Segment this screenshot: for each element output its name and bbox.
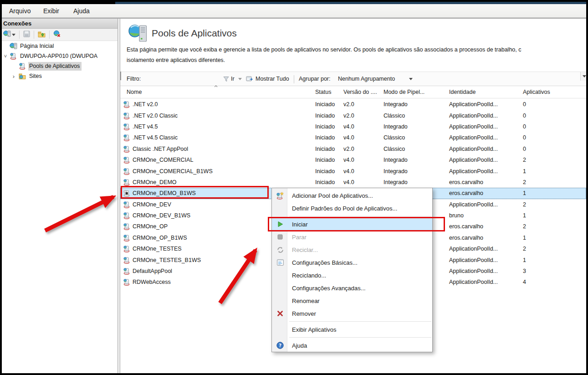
column-header-identidade[interactable]: Identidade (449, 86, 476, 98)
column-header-aplicativos[interactable]: Aplicativos (523, 86, 550, 98)
pool-status: Iniciado (315, 165, 335, 176)
funnel-icon (223, 72, 229, 86)
help-icon: ? (276, 342, 285, 349)
filter-input[interactable] (120, 72, 121, 80)
app-pool-icon (123, 201, 130, 208)
page-description-line2: isolamento entre aplicativos diferentes. (127, 57, 588, 63)
connections-toolbar (0, 29, 118, 41)
group-by-dropdown-button[interactable] (409, 72, 413, 86)
app-pool-icon (123, 179, 130, 186)
connections-panel-title: Conexões (0, 19, 118, 29)
context-menu-item-remover[interactable]: Remover (272, 307, 432, 320)
pool-name: CRMOne_OP (133, 223, 168, 230)
pool-identity: ApplicationPoolId... (449, 132, 498, 143)
context-menu-item-ajuda[interactable]: ? Ajuda (272, 339, 432, 352)
pool-name: CRMOne_DEV (133, 201, 171, 208)
group-by-select[interactable]: Nenhum Agrupamento (338, 72, 395, 86)
context-menu-item-exibir-aplicativos[interactable]: Exibir Aplicativos (272, 323, 432, 336)
context-menu-separator (289, 216, 431, 216)
pool-identity: ApplicationPoolId... (449, 154, 498, 165)
tree-item-dwupoa-app010-dwupoa[interactable]: ˅ DWUPOA-APP010 (DWUPOA (0, 51, 118, 61)
context-menu-item-label: Exibir Aplicativos (292, 326, 337, 333)
table-row[interactable]: .NET v4.5 Iniciado v4.0 Integrado Applic… (120, 121, 586, 132)
tree-item-label: Sites (28, 72, 44, 81)
menu-exibir[interactable]: Exibir (41, 4, 62, 18)
create-connection-icon (3, 30, 11, 39)
filter-label: Filtro: (127, 72, 141, 86)
column-header-versao[interactable]: Versão do .... (343, 86, 377, 98)
pool-name: Classic .NET AppPool (133, 146, 188, 152)
pool-applications-count: 2 (523, 199, 526, 210)
pool-pipeline-mode: Clássico (383, 144, 405, 154)
delete-connection-button[interactable] (52, 30, 62, 40)
remove-icon (276, 310, 285, 317)
tree-expander-icon[interactable]: › (11, 73, 16, 80)
tree-item-label: Página Inicial (19, 42, 56, 51)
pool-version: v2.0 (343, 110, 354, 121)
pool-identity: ApplicationPoolId... (449, 110, 498, 121)
toolbar-divider (19, 31, 20, 39)
app-pool-icon (123, 223, 130, 230)
column-header-nome[interactable]: Nome (127, 86, 142, 98)
pool-applications-count: 1 (523, 254, 526, 265)
pool-identity: eros.carvalho (449, 221, 483, 232)
pool-identity: ApplicationPoolId... (449, 121, 498, 132)
context-menu-item-parar: Parar (272, 231, 432, 243)
context-menu-item-configura-es-b-sicas[interactable]: Configurações Básicas... (272, 256, 432, 269)
context-menu-separator (289, 337, 431, 338)
filter-toolbar: Filtro: Ir Mostrar Tudo Agrupar por: Nen… (120, 72, 588, 86)
tree-item-label: Pools de Aplicativos (28, 62, 82, 71)
pool-applications-count: 0 (523, 132, 526, 143)
connections-tree: Página Inicial ˅ DWUPOA-APP010 (DWUPOA P… (0, 41, 118, 375)
annotation-box-selected-pool (121, 186, 269, 199)
column-header-status[interactable]: Status (315, 86, 331, 98)
pool-version: v4.0 (343, 132, 354, 143)
pool-identity: eros.carvalho (449, 188, 483, 199)
pool-name: CRMOne_OP_B1WS (133, 235, 187, 241)
context-menu-item-configura-es-avan-adas[interactable]: Configurações Avançadas... (272, 282, 432, 294)
tree-item-sites[interactable]: › Sites (0, 71, 118, 81)
show-all-button[interactable]: Mostrar Tudo (256, 72, 289, 86)
app-pool-icon (123, 101, 130, 108)
create-connection-button[interactable] (2, 30, 16, 40)
table-row[interactable]: .NET v4.5 Classic Iniciado v4.0 Clássico… (120, 132, 586, 143)
home-server-icon (9, 42, 17, 50)
add-app-pool-icon (276, 192, 285, 200)
page-title: Pools de Aplicativos (152, 28, 237, 39)
table-row[interactable]: .NET v2.0 Classic Iniciado v2.0 Clássico… (120, 110, 586, 121)
filter-dropdown-button[interactable] (580, 72, 588, 81)
tree-item-p-gina-inicial[interactable]: Página Inicial (0, 41, 118, 51)
table-row[interactable]: Classic .NET AppPool Iniciado v2.0 Cláss… (120, 144, 586, 154)
menu-ajuda[interactable]: Ajuda (71, 4, 92, 18)
menu-arquivo[interactable]: Arquivo (6, 4, 33, 18)
context-menu-item-renomear[interactable]: Renomear (272, 294, 432, 307)
context-menu-item-adicionar-pool-de-aplicativos[interactable]: Adicionar Pool de Aplicativos... (272, 189, 432, 202)
context-menu-item-reciclando[interactable]: Reciclando... (272, 269, 432, 282)
pool-pipeline-mode: Integrado (383, 121, 408, 132)
column-header-modo[interactable]: Modo de Pipel... (383, 86, 424, 98)
menu-bar: Arquivo Exibir Ajuda (0, 4, 588, 18)
pool-identity: ApplicationPoolId... (449, 277, 498, 288)
context-menu-item-definir-padr-es-do-pool-de-aplicativos[interactable]: Definir Padrões do Pool de Aplicativos..… (272, 202, 432, 215)
pool-status: Iniciado (315, 99, 335, 110)
table-row[interactable]: CRMOne_COMERCIAL Iniciado v4.0 Integrado… (120, 154, 586, 165)
tree-expander-icon[interactable]: ˅ (3, 53, 8, 59)
tree-item-pools-de-aplicativos[interactable]: Pools de Aplicativos (0, 61, 118, 71)
chevron-down-icon (12, 34, 15, 36)
up-level-button[interactable] (37, 30, 46, 40)
table-row[interactable]: CRMOne_COMERCIAL_B1WS Iniciado v4.0 Inte… (120, 165, 586, 176)
pool-applications-count: 1 (523, 165, 526, 176)
delete-connection-icon (53, 30, 61, 39)
app-pool-icon (123, 257, 130, 264)
go-options-button[interactable] (238, 72, 242, 86)
context-menu-item-label: Reciclando... (292, 272, 326, 279)
chevron-down-icon (409, 78, 413, 80)
table-row[interactable]: .NET v2.0 Iniciado v2.0 Integrado Applic… (120, 99, 586, 110)
go-button[interactable]: Ir (231, 72, 235, 86)
app-pool-icon (123, 267, 130, 275)
pool-applications-count: 0 (523, 121, 526, 132)
save-connections-button[interactable] (22, 30, 31, 40)
toolbar-divider (49, 31, 50, 39)
pool-applications-count: 3 (523, 266, 526, 277)
panel-splitter[interactable] (118, 19, 120, 375)
